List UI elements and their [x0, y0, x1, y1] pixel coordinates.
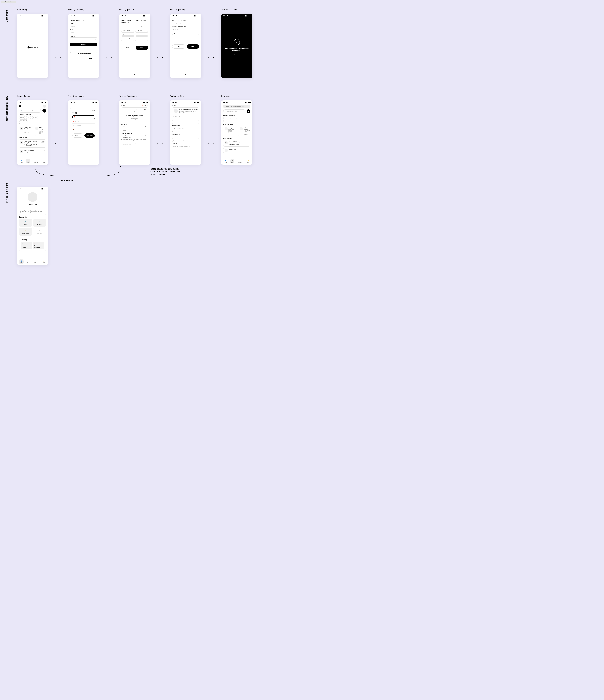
skip-button[interactable]: Skip — [172, 44, 185, 49]
ux-icon: ✎ — [136, 33, 138, 35]
list-item[interactable]: ✱ Senior UI/UX DesignerPixellyRemote • P… — [223, 140, 250, 147]
jd-bullet: Design intuitive and visually appealing … — [123, 142, 148, 145]
list-item[interactable]: ∞ Design Lead $75k — [223, 148, 250, 153]
clear-button[interactable]: Clear All — [73, 133, 83, 138]
nav-profile[interactable]: 👤Profile — [19, 159, 24, 163]
tag[interactable]: UI/UX — [230, 117, 235, 119]
input-password[interactable]: Password ◎ — [70, 38, 97, 41]
login-link[interactable]: Login — [89, 57, 92, 58]
screen-title-confirm1: Confirmation screen — [221, 8, 238, 10]
chip-social[interactable]: ◯Social Media — [135, 40, 148, 43]
wifi-icon: ◆ — [146, 15, 147, 17]
pager-dots: • — [172, 74, 199, 77]
avatar[interactable] — [43, 105, 46, 108]
nav-alerts[interactable]: 🔔Alerts — [42, 159, 46, 163]
skip-button[interactable]: Skip — [121, 46, 134, 50]
filter-button[interactable] — [43, 109, 46, 112]
job-title: Design Lead — [229, 149, 244, 150]
wifi-icon: ◆ — [95, 15, 96, 17]
flow-arrow — [157, 143, 163, 145]
avatar[interactable] — [28, 192, 37, 202]
nav-challenges[interactable]: ✦Challenges — [33, 259, 40, 264]
resume-field[interactable]: p_mariana_resume.pdf — [172, 138, 199, 142]
input-fullname[interactable]: Full Name — [70, 25, 97, 28]
nav-challenges[interactable]: ✦Challenges — [237, 159, 244, 163]
input-jobtitle[interactable]: |Job title — [172, 28, 199, 31]
next-button[interactable]: Next — [135, 46, 148, 50]
job-card[interactable]: ∞ Design Lead 3Loop Design RemoteFulltim… — [19, 126, 33, 136]
job-company: Pixelly — [123, 116, 146, 118]
nav-jobs[interactable]: 🗂Jobs — [26, 259, 30, 264]
input-bio[interactable]: Short bio — [172, 34, 199, 42]
doc-coverletter[interactable]: 📝Cover Letter — [19, 228, 32, 236]
back-button[interactable]: ← Back — [121, 105, 125, 106]
search-input[interactable]: 🔍Search by key word — [223, 109, 245, 113]
battery-icon: ▬ — [45, 188, 46, 190]
search-input[interactable]: 🔍 Search by key word — [19, 109, 41, 112]
job-meta: Remote • Part-time • 1d — [123, 119, 146, 120]
job-card[interactable]: ∞ Web Designer3Loop DesignIn OfficePart-… — [238, 126, 250, 136]
chip-illustrator[interactable]: ✎Illustrator — [121, 40, 134, 43]
filter-salary[interactable]: $Salary Range+ — [73, 124, 95, 127]
nav-challenges[interactable]: ✦Challenges — [33, 159, 40, 163]
list-item[interactable]: ✱ Semi Sr Web Designer 3Loop Design In O… — [19, 140, 46, 148]
filter-date[interactable]: 📅Date Posted+ — [73, 120, 95, 124]
chip-ui[interactable]: ▢UI Designer — [121, 32, 134, 35]
tag[interactable]: Last 24 hours — [19, 119, 28, 122]
phone-confirm2: 9:41 AM▮▮▮◆▬ ✓ You've applied successful… — [221, 100, 253, 165]
tag[interactable]: Product — [32, 116, 38, 119]
tag[interactable]: Last 24 hours — [223, 120, 232, 122]
close-button[interactable]: ✕ Close — [73, 109, 95, 111]
doc-add-new[interactable]: ＋Add New — [33, 228, 46, 236]
more-link[interactable]: More — [172, 131, 175, 132]
tag[interactable]: Product — [236, 117, 242, 119]
file-icon: 📄 — [38, 221, 41, 223]
nav-alerts[interactable]: 🔔Alerts — [246, 159, 251, 163]
eye-icon[interactable]: ◎ — [95, 39, 96, 40]
tag[interactable]: Remote — [19, 116, 25, 119]
back-button[interactable]: ← Back — [172, 105, 176, 106]
job-card[interactable]: ∞ Design Lead3Loop DesignRemoteFulltime1… — [223, 126, 237, 136]
nav-profile[interactable]: 👤Profile — [19, 259, 24, 264]
jd-bullet: Lead the design process from user resear… — [123, 135, 148, 138]
tag[interactable]: Remote — [223, 117, 229, 119]
input-location[interactable]: 📍|Location — [73, 115, 95, 119]
status-time: 9:41 AM — [19, 102, 24, 103]
input-email[interactable]: Email — [70, 31, 97, 34]
challenge-interview[interactable]: 📖Interview Practice — [21, 242, 32, 249]
label-password: Password — [70, 35, 97, 37]
next-button[interactable]: Next — [187, 44, 199, 49]
save-job-button[interactable]: 🔖 Save Job — [142, 105, 148, 106]
book-icon: 📖 — [22, 243, 31, 245]
challenge-savejob[interactable]: 🔖Save a job to apply later — [33, 242, 44, 249]
nav-alerts[interactable]: 🔔Alerts — [42, 259, 46, 264]
chip-framer[interactable]: ⬚Framer Dev — [121, 29, 134, 32]
nav-jobs[interactable]: 🗂Jobs — [230, 159, 234, 163]
filter-jobtype[interactable]: 💼Job Type+ — [73, 127, 95, 131]
section-onboarding: Onboarding Splash Page 9:41 AM ▮▮▮ ◆ ▬ — [6, 8, 598, 78]
battery-icon: ▬ — [96, 102, 97, 103]
nav-profile[interactable]: 👤Profile — [223, 159, 228, 163]
chip-product[interactable]: ✦Product — [135, 29, 148, 32]
chip-ux[interactable]: ✎UX Designer — [135, 32, 148, 35]
filter-button[interactable] — [246, 109, 250, 113]
flow-arrow — [157, 56, 163, 58]
edit-icon[interactable]: ✎ — [197, 109, 198, 110]
signup-button[interactable]: Sign Up — [70, 43, 97, 47]
job-card[interactable]: ∞ Web Designer 3Loop Design In OfficePar… — [34, 126, 46, 136]
input-phone[interactable]: ☎+1 345 678 5432 — [172, 127, 199, 130]
portfolio-field[interactable]: www.contra.com/p_mariana12345 — [172, 145, 199, 148]
input-email[interactable]: ✉mariana_p@gmail.com — [172, 120, 199, 124]
heading-sortby: Sort by — [73, 112, 95, 114]
chip-web[interactable]: ▭Web Designer — [121, 36, 134, 40]
nav-jobs[interactable]: 🗂Jobs — [26, 159, 30, 163]
expand-icon: + — [94, 121, 94, 122]
google-signup-button[interactable]: G Sign Up with Google — [70, 52, 97, 56]
brand-icon — [19, 105, 21, 107]
doc-resume[interactable]: 📄Resume — [33, 219, 46, 227]
doc-portfolio[interactable]: 🔗Portfolio — [19, 219, 32, 227]
tag[interactable]: UI/UX — [26, 116, 31, 119]
chip-visual[interactable]: ▦Visual Designer — [135, 36, 148, 40]
apply-filters-button[interactable]: Apply Filters — [84, 133, 95, 138]
list-item[interactable]: ∞ Product Designer 3Loop Design $75k — [19, 149, 46, 154]
